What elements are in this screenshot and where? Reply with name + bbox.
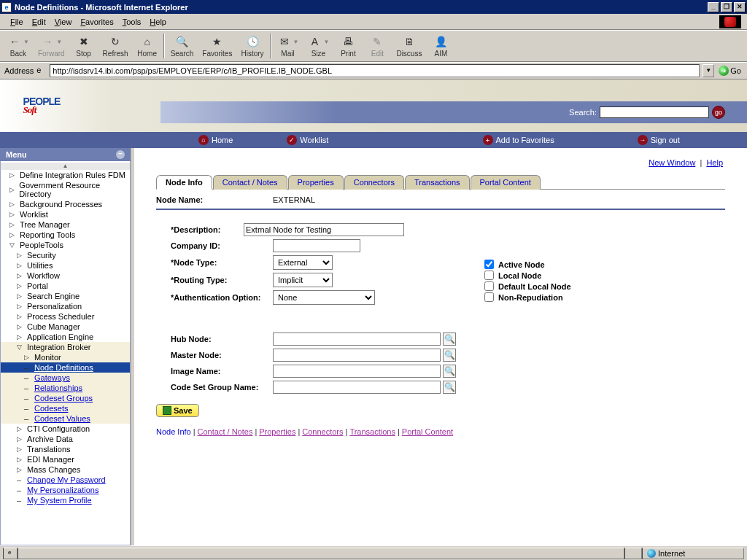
menu-tools[interactable]: Tools bbox=[118, 16, 146, 28]
nav-worklist[interactable]: ✓Worklist bbox=[278, 135, 337, 145]
tab-properties[interactable]: Properties bbox=[288, 175, 344, 190]
address-dropdown[interactable]: ▼ bbox=[703, 64, 714, 77]
sidebar-item-workflow[interactable]: Workflow bbox=[1, 271, 130, 281]
company-id-input[interactable] bbox=[273, 239, 360, 252]
local-node-checkbox[interactable] bbox=[484, 271, 494, 280]
bottom-link-node-info[interactable]: Node Info bbox=[156, 427, 191, 436]
lookup-icon[interactable]: 🔍 bbox=[443, 365, 456, 378]
tab-portal-content[interactable]: Portal Content bbox=[471, 175, 541, 190]
sidebar-item-search-engine[interactable]: Search Engine bbox=[1, 291, 130, 301]
description-input[interactable] bbox=[244, 223, 404, 236]
sidebar-item-cube-manager[interactable]: Cube Manager bbox=[1, 322, 130, 332]
toolbar-back-button[interactable]: ←▼Back bbox=[3, 33, 34, 59]
sidebar-item-peopletools[interactable]: PeopleTools bbox=[1, 240, 130, 250]
sidebar-item-portal[interactable]: Portal bbox=[1, 281, 130, 291]
toolbar-history-button[interactable]: 🕓History bbox=[236, 33, 268, 59]
sidebar-item-codesets[interactable]: Codesets bbox=[1, 403, 130, 413]
sidebar-item-edi-manager[interactable]: EDI Manager bbox=[1, 454, 130, 464]
sidebar-item-tree-manager[interactable]: Tree Manager bbox=[1, 219, 130, 230]
bottom-link-connectors[interactable]: Connectors bbox=[302, 427, 343, 436]
sidebar-minimize-icon[interactable]: – bbox=[116, 150, 125, 159]
bottom-link-properties[interactable]: Properties bbox=[259, 427, 295, 436]
toolbar-print-button[interactable]: 🖶Print bbox=[333, 33, 363, 59]
menu-favorites[interactable]: Favorites bbox=[76, 16, 117, 28]
search-go-button[interactable]: go bbox=[712, 106, 725, 119]
nav-home[interactable]: ⌂Home bbox=[190, 135, 241, 145]
sidebar-item-utilities[interactable]: Utilities bbox=[1, 260, 130, 271]
non-repudiation-checkbox[interactable] bbox=[484, 292, 494, 302]
sidebar-item-government-resource-directory[interactable]: Government Resource Directory bbox=[1, 180, 130, 199]
sidebar-item-monitor[interactable]: Monitor bbox=[1, 352, 130, 362]
go-button[interactable]: ➔ Go bbox=[717, 66, 743, 76]
nav-sign-out[interactable]: →Sign out bbox=[629, 135, 689, 145]
auth-option-select[interactable]: None bbox=[273, 290, 375, 305]
hub-node-input[interactable] bbox=[273, 332, 441, 346]
toolbar-refresh-button[interactable]: ↻Refresh bbox=[98, 33, 133, 59]
lookup-icon[interactable]: 🔍 bbox=[443, 381, 456, 394]
code-set-group-name-input[interactable] bbox=[273, 381, 441, 394]
sidebar-item-change-my-password[interactable]: Change My Password bbox=[1, 475, 130, 485]
active-node-checkbox[interactable] bbox=[484, 260, 494, 269]
search-input[interactable] bbox=[600, 106, 709, 118]
lookup-icon[interactable]: 🔍 bbox=[443, 332, 456, 346]
window-titlebar: e Node Definitions - Microsoft Internet … bbox=[0, 0, 747, 14]
toolbar-stop-button[interactable]: ✖Stop bbox=[69, 33, 98, 59]
toolbar-discuss-button[interactable]: 🗎Discuss bbox=[392, 33, 426, 59]
minimize-button[interactable]: _ bbox=[708, 2, 719, 12]
help-link[interactable]: Help bbox=[706, 158, 723, 167]
sidebar-item-define-integration-rules-fdm[interactable]: Define Integration Rules FDM bbox=[1, 170, 130, 180]
sidebar-item-relationships[interactable]: Relationships bbox=[1, 383, 130, 393]
sidebar-item-cti-configuration[interactable]: CTI Configuration bbox=[1, 424, 130, 434]
toolbar-search-button[interactable]: 🔍Search bbox=[166, 33, 198, 59]
sidebar-item-my-system-profile[interactable]: My System Profile bbox=[1, 495, 130, 505]
address-input[interactable] bbox=[50, 64, 700, 77]
toolbar-size-button[interactable]: A▼Size bbox=[303, 33, 333, 59]
node-type-select[interactable]: External bbox=[273, 255, 333, 270]
sidebar-item-codeset-values[interactable]: Codeset Values bbox=[1, 413, 130, 424]
close-button[interactable]: ✕ bbox=[734, 2, 746, 12]
sidebar-item-translations[interactable]: Translations bbox=[1, 444, 130, 454]
toolbar-aim-button[interactable]: 👤AIM bbox=[426, 33, 455, 59]
master-node-input[interactable] bbox=[273, 349, 441, 362]
menu-edit[interactable]: Edit bbox=[28, 16, 50, 28]
menu-help[interactable]: Help bbox=[145, 16, 171, 28]
sidebar-item-worklist[interactable]: Worklist bbox=[1, 209, 130, 219]
sidebar-item-personalization[interactable]: Personalization bbox=[1, 301, 130, 311]
lookup-row: Image Name:🔍 bbox=[156, 365, 725, 378]
bottom-link-portal-content[interactable]: Portal Content bbox=[402, 427, 453, 436]
tab-transactions[interactable]: Transactions bbox=[405, 175, 470, 190]
bottom-link-contact-notes[interactable]: Contact / Notes bbox=[198, 427, 253, 436]
toolbar-home-button[interactable]: ⌂Home bbox=[133, 33, 162, 59]
nav-add-to-favorites[interactable]: ＋Add to Favorites bbox=[474, 135, 563, 145]
sidebar-item-codeset-groups[interactable]: Codeset Groups bbox=[1, 393, 130, 403]
sidebar-item-application-engine[interactable]: Application Engine bbox=[1, 332, 130, 342]
sidebar-item-gateways[interactable]: Gateways bbox=[1, 373, 130, 383]
sidebar-item-integration-broker[interactable]: Integration Broker bbox=[1, 342, 130, 352]
routing-type-select[interactable]: Implicit bbox=[273, 273, 333, 287]
tab-node-info[interactable]: Node Info bbox=[156, 175, 212, 190]
sidebar-item-my-personalizations[interactable]: My Personalizations bbox=[1, 485, 130, 495]
sidebar-item-reporting-tools[interactable]: Reporting Tools bbox=[1, 230, 130, 240]
new-window-link[interactable]: New Window bbox=[649, 158, 695, 167]
image-name-input[interactable] bbox=[273, 365, 441, 378]
menu-file[interactable]: File bbox=[6, 16, 28, 28]
sidebar-item-security[interactable]: Security bbox=[1, 250, 130, 260]
checkbox-row: Default Local Node bbox=[484, 281, 725, 291]
scroll-up-indicator[interactable]: ▲ bbox=[1, 163, 130, 170]
sidebar-item-node-definitions[interactable]: Node Definitions bbox=[1, 362, 130, 373]
default-local-node-checkbox[interactable] bbox=[484, 281, 494, 291]
sidebar-item-archive-data[interactable]: Archive Data bbox=[1, 434, 130, 444]
restore-button[interactable]: ❐ bbox=[721, 2, 732, 12]
tab-contact-notes[interactable]: Contact / Notes bbox=[213, 175, 287, 190]
nav-stripe: ⌂Home✓Worklist ＋Add to Favorites→Sign ou… bbox=[0, 132, 747, 148]
menu-view[interactable]: View bbox=[50, 16, 77, 28]
save-button[interactable]: Save bbox=[156, 404, 199, 417]
toolbar-favorites-button[interactable]: ★Favorites bbox=[198, 33, 236, 59]
sidebar-item-process-scheduler[interactable]: Process Scheduler bbox=[1, 311, 130, 322]
sidebar-item-mass-changes[interactable]: Mass Changes bbox=[1, 464, 130, 475]
toolbar-mail-button[interactable]: ✉▼Mail bbox=[273, 33, 303, 59]
sidebar-item-background-processes[interactable]: Background Processes bbox=[1, 199, 130, 209]
tab-connectors[interactable]: Connectors bbox=[344, 175, 404, 190]
bottom-link-transactions[interactable]: Transactions bbox=[349, 427, 395, 436]
lookup-icon[interactable]: 🔍 bbox=[443, 349, 456, 362]
